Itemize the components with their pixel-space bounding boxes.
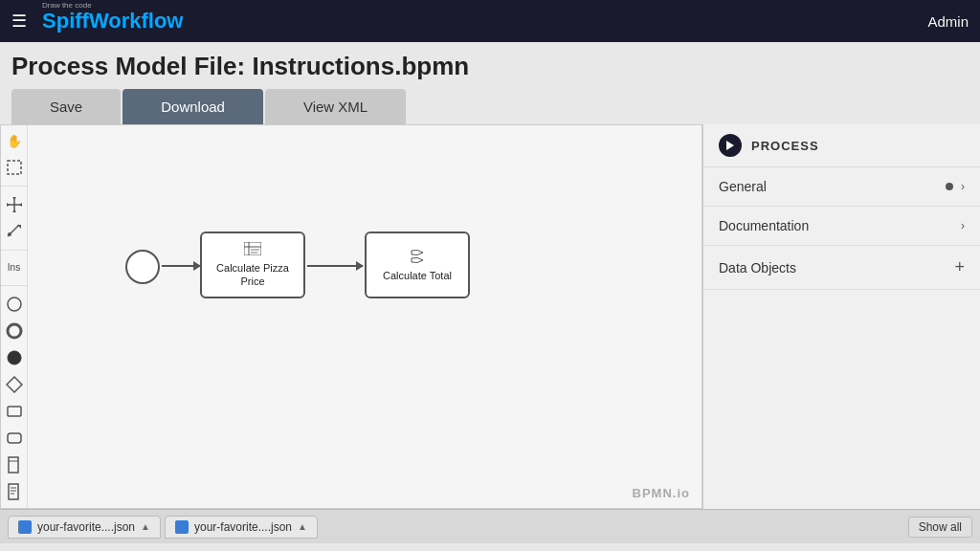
panel-title: PROCESS <box>751 139 819 153</box>
bpmn-arrow-2 <box>307 265 363 267</box>
documentation-chevron: › <box>961 219 965 232</box>
task1-icon <box>244 242 261 258</box>
panel-section-data-objects[interactable]: Data Objects + <box>703 246 980 290</box>
tool-move[interactable] <box>4 196 25 213</box>
bottom-tab-1-label: your-favorite....json <box>37 520 135 534</box>
hamburger-icon[interactable]: ☰ <box>11 11 27 32</box>
bottom-tab-2[interactable]: your-favorite....json ▲ <box>165 516 318 539</box>
svg-point-8 <box>8 232 11 236</box>
bottom-tab-1-icon <box>18 520 32 534</box>
page-title-bar: Process Model File: Instructions.bpmn <box>0 42 980 89</box>
general-dot <box>946 183 953 190</box>
toolbar-separator-1 <box>1 186 27 187</box>
panel-section-general[interactable]: General › <box>703 167 980 207</box>
admin-label: Admin <box>927 13 969 30</box>
svg-marker-6 <box>12 209 16 212</box>
tool-diamond[interactable] <box>4 376 25 393</box>
svg-rect-17 <box>9 484 18 499</box>
bpmn-task-calculate-pizza-price[interactable]: Calculate Pizza Price <box>200 231 305 298</box>
show-all-button[interactable]: Show all <box>908 517 972 538</box>
panel-section-documentation-right: › <box>961 219 965 232</box>
svg-point-10 <box>8 298 21 311</box>
bottom-tabs: your-favorite....json ▲ your-favorite...… <box>8 516 318 539</box>
bpmn-arrow-1 <box>162 265 200 267</box>
tool-page[interactable] <box>4 456 25 474</box>
left-toolbar: ✋ <box>1 125 28 508</box>
page-title: Process Model File: Instructions.bpmn <box>11 52 969 81</box>
panel-play-icon <box>719 134 742 157</box>
panel-section-label-data-objects: Data Objects <box>719 260 796 276</box>
tool-rect[interactable] <box>4 403 25 420</box>
panel-section-general-right: › <box>946 180 965 193</box>
tab-bar: Save Download View XML <box>0 89 980 124</box>
toolbar-separator-3 <box>1 285 27 286</box>
svg-marker-4 <box>19 203 22 207</box>
svg-rect-16 <box>9 457 18 473</box>
task2-icon <box>410 249 425 267</box>
svg-rect-21 <box>244 242 261 255</box>
panel-section-data-objects-right: + <box>954 257 965 277</box>
tab-save[interactable]: Save <box>11 89 121 124</box>
logo-text: SpiffWorkflow <box>42 9 183 33</box>
tab-viewxml[interactable]: View XML <box>265 89 406 124</box>
panel-section-label-general: General <box>719 179 767 194</box>
bottom-tab-2-icon <box>175 520 189 534</box>
data-objects-plus[interactable]: + <box>954 257 965 277</box>
tool-doc[interactable] <box>4 483 25 500</box>
task1-label: Calculate Pizza Price <box>216 261 289 289</box>
svg-point-12 <box>8 351 21 364</box>
bpmn-watermark: BPMN.io <box>633 486 690 500</box>
bpmn-start-event[interactable] <box>125 250 160 284</box>
bpmn-task-calculate-total[interactable]: Calculate Total <box>365 231 470 298</box>
panel-header: PROCESS <box>703 124 980 167</box>
svg-marker-26 <box>726 141 734 150</box>
tab-download[interactable]: Download <box>122 89 263 124</box>
task2-label: Calculate Total <box>383 270 452 281</box>
svg-marker-3 <box>7 203 10 207</box>
main-content: ✋ <box>0 124 980 509</box>
canvas-area: ✋ <box>0 124 702 509</box>
tool-circle-thick[interactable] <box>4 349 25 366</box>
bottom-tab-1[interactable]: your-favorite....json ▲ <box>8 516 161 539</box>
top-nav: ☰ Draw the code SpiffWorkflow Admin <box>0 0 980 42</box>
bottom-bar: your-favorite....json ▲ your-favorite...… <box>0 509 980 543</box>
svg-rect-14 <box>8 407 21 416</box>
svg-marker-5 <box>12 197 16 200</box>
tool-rect-rounded[interactable] <box>4 430 25 447</box>
tool-hand[interactable]: ✋ <box>4 133 25 149</box>
panel-section-documentation[interactable]: Documentation › <box>703 207 980 246</box>
tool-connect[interactable] <box>4 223 25 240</box>
right-panel: PROCESS General › Documentation › Data O… <box>702 124 980 509</box>
bottom-tab-1-chevron: ▲ <box>141 521 150 532</box>
diagram-canvas: Calculate Pizza Price Calculate Total BP… <box>30 125 702 508</box>
tool-ins[interactable]: Ins <box>4 259 25 276</box>
tool-select[interactable] <box>4 159 25 176</box>
svg-rect-0 <box>8 161 21 174</box>
logo-prefix: S <box>42 9 56 33</box>
general-chevron: › <box>961 180 965 193</box>
tool-circle-ring[interactable] <box>4 322 25 340</box>
svg-marker-13 <box>7 377 22 392</box>
toolbar-separator-2 <box>1 250 27 251</box>
logo-tagline: Draw the code <box>42 1 92 10</box>
bottom-tab-2-label: your-favorite....json <box>194 520 292 534</box>
svg-point-11 <box>8 324 21 338</box>
logo-area: ☰ Draw the code SpiffWorkflow <box>11 9 183 33</box>
panel-section-label-documentation: Documentation <box>719 218 809 233</box>
svg-rect-15 <box>8 433 21 443</box>
logo-wrapper: Draw the code SpiffWorkflow <box>42 9 183 33</box>
tool-circle-empty[interactable] <box>4 296 25 313</box>
bottom-tab-2-chevron: ▲ <box>298 521 307 532</box>
